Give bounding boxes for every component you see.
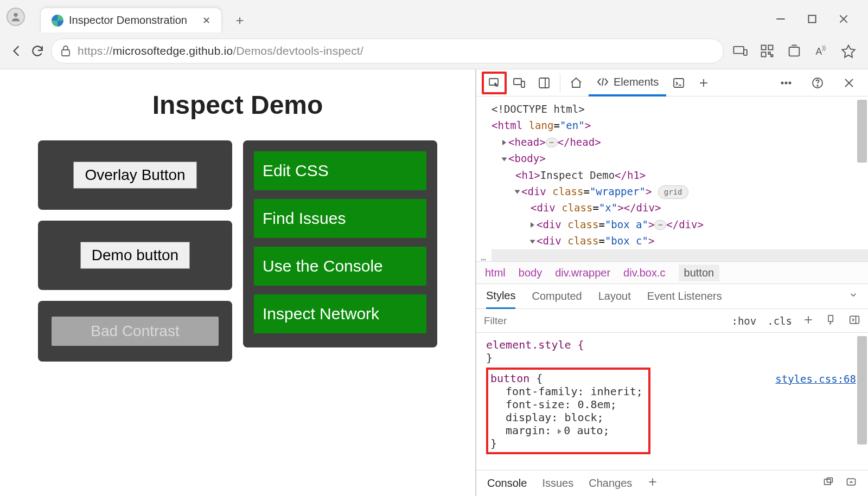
svg-rect-13 [789,47,800,56]
drawer-detach-icon[interactable] [822,476,834,490]
edge-favicon [52,15,63,27]
card-demo: Demo button [38,221,232,290]
dom-tree[interactable]: <!DOCTYPE html> <html lang="en"> <head>⋯… [476,96,868,261]
drawer-console[interactable]: Console [487,477,527,489]
devtools-panel: Elements <!DOCTYPE html> <html lang="en"… [476,69,868,496]
bad-contrast-button[interactable]: Bad Contrast [52,317,219,346]
more-icon[interactable] [774,72,799,94]
lock-icon [60,45,71,57]
dock-side-icon[interactable] [848,314,860,327]
device-emulation-icon[interactable] [507,72,532,94]
tab-event-listeners[interactable]: Event Listeners [647,290,722,302]
devtools-toolbar: Elements [476,69,868,96]
browser-chrome: Inspector Demonstration ✕ ＋ https://micr… [0,0,868,69]
tab-layout[interactable]: Layout [598,290,631,302]
address-bar[interactable]: https://microsoftedge.github.io/Demos/de… [51,38,724,63]
svg-marker-16 [842,46,854,57]
styles-pane[interactable]: element.style { } styles.css:68 button {… [476,333,868,470]
styles-filter-input[interactable] [484,315,724,327]
overlay-button[interactable]: Overlay Button [73,162,196,189]
minimize-icon[interactable] [775,13,787,25]
close-window-icon[interactable] [838,13,850,25]
tab-styles[interactable]: Styles [486,284,515,309]
drawer-add-icon[interactable] [647,476,658,490]
collections-icon[interactable] [787,43,802,59]
browser-tab[interactable]: Inspector Demonstration ✕ [40,8,222,33]
chevron-down-icon[interactable] [848,290,858,302]
close-devtools-icon[interactable] [837,72,861,94]
svg-text:A: A [816,46,822,57]
address-bar-icons: A)) [732,43,868,59]
svg-point-32 [789,82,790,83]
crumb-html[interactable]: html [485,267,506,279]
svg-rect-5 [62,50,69,56]
link-network[interactable]: Inspect Network [254,294,426,333]
toggle-panel-icon[interactable] [532,72,557,94]
crumb-body[interactable]: body [519,267,542,279]
stylesheet-link[interactable]: styles.css:68 [775,373,856,385]
svg-rect-39 [828,315,833,321]
new-style-rule-icon[interactable] [803,314,815,327]
page-title: Inspect Demo [38,90,437,120]
svg-rect-45 [827,478,833,482]
grid-pill[interactable]: grid [658,185,688,198]
close-tab-icon[interactable]: ✕ [202,15,210,27]
drawer-issues[interactable]: Issues [542,477,573,489]
tab-elements[interactable]: Elements [589,69,666,96]
tab-title: Inspector Demonstration [69,14,187,27]
page-viewport: Inspect Demo Overlay Button Demo button … [0,69,476,496]
hov-toggle[interactable]: :hov [731,315,756,327]
card-overlay: Overlay Button [38,140,232,210]
card-bad-contrast: Bad Contrast [38,301,232,362]
svg-rect-8 [762,46,766,50]
link-console[interactable]: Use the Console [254,247,426,286]
drawer-changes[interactable]: Changes [589,477,632,489]
home-icon[interactable] [564,72,589,94]
qr-icon[interactable] [760,43,775,59]
read-aloud-icon[interactable]: A)) [814,43,829,59]
styles-scrollbar[interactable] [857,336,867,445]
device-icon[interactable] [732,43,748,59]
svg-rect-22 [521,81,525,87]
tab-elements-label: Elements [614,76,659,88]
svg-rect-9 [768,46,773,50]
svg-point-34 [817,85,818,86]
button-rule-box: button { font-family: inherit; font-size… [486,368,650,454]
svg-rect-21 [514,79,521,85]
styles-filter-bar: :hov .cls [476,309,868,333]
link-edit-css[interactable]: Edit CSS [254,151,426,190]
link-find-issues[interactable]: Find Issues [254,199,426,238]
svg-point-30 [781,82,783,83]
refresh-button[interactable] [30,40,44,62]
address-bar-row: https://microsoftedge.github.io/Demos/de… [0,33,868,69]
card-links: Edit CSS Find Issues Use the Console Ins… [243,140,437,347]
help-icon[interactable] [805,72,830,94]
console-quick-icon[interactable] [666,72,691,94]
profile-avatar[interactable] [7,8,25,26]
drawer-expand-icon[interactable] [845,476,857,490]
svg-rect-23 [539,78,549,88]
svg-line-25 [602,78,603,86]
url-text: https://microsoftedge.github.io/Demos/de… [78,44,363,57]
svg-rect-11 [768,52,770,54]
tab-computed[interactable]: Computed [532,290,582,302]
back-button[interactable] [10,40,24,62]
paint-flash-icon[interactable] [826,314,838,327]
crumb-wrapper[interactable]: div.wrapper [555,267,610,279]
drawer-tabs: Console Issues Changes [476,470,868,496]
maximize-icon[interactable] [806,13,818,25]
new-tab-button[interactable]: ＋ [228,9,251,31]
crumb-box-c[interactable]: div.box.c [623,267,665,279]
svg-text:)): )) [822,44,826,51]
favorite-icon[interactable] [841,43,856,59]
inspect-element-icon[interactable] [482,72,507,94]
selected-dom-node[interactable]: ⋯ <button>Overlay Button</button>== $0 [492,249,868,261]
svg-rect-10 [762,52,766,56]
crumb-button[interactable]: button [679,265,720,281]
svg-rect-2 [808,15,815,22]
demo-button[interactable]: Demo button [80,242,190,269]
dom-scrollbar[interactable] [857,100,867,163]
styles-tabs: Styles Computed Layout Event Listeners [476,284,868,309]
add-tab-icon[interactable] [691,72,716,94]
cls-toggle[interactable]: .cls [767,315,792,327]
